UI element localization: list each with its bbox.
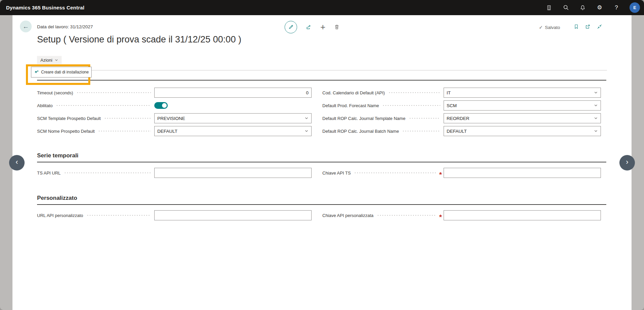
ts-api-url-label: TS API URL (37, 170, 61, 176)
rop-template-combobox[interactable]: REORDER (444, 113, 601, 123)
combobox-value: SCM (447, 103, 457, 108)
header-side-icons (574, 24, 603, 30)
url-api-label: URL API personalizzato (37, 213, 83, 218)
work-date-label: Data del lavoro: 31/12/2027 (37, 24, 93, 29)
field-row-calendario: Cod. Calendario di Default (API) IT (322, 88, 601, 98)
field-row-forecast: Default Prod. Forecast Name SCM (322, 100, 601, 111)
dot-leader (377, 215, 436, 216)
forecast-label: Default Prod. Forecast Name (322, 103, 379, 108)
chiave-api-personalizzata-label: Chiave API personalizzata (322, 213, 374, 218)
dot-leader (76, 92, 151, 93)
calendario-label: Cod. Calendario di Default (API) (322, 90, 385, 95)
save-status: ✓ Salvato (539, 25, 560, 30)
new-record-plus-icon[interactable]: + (320, 23, 325, 31)
ts-api-url-input[interactable] (154, 168, 312, 178)
rop-batch-label: Default ROP Calc. Journal Batch Name (322, 129, 399, 134)
page-title: Setup ( Versione di prova scade il 31/12… (37, 34, 241, 45)
scm-template-combobox[interactable]: PREVISIONE (154, 113, 312, 123)
abilitato-toggle[interactable] (154, 102, 168, 109)
field-row-url-api: URL API personalizzato (37, 210, 312, 220)
chevron-down-icon (55, 58, 58, 62)
check-icon: ✓ (539, 25, 543, 30)
required-asterisk: * (439, 173, 442, 176)
chevron-down-icon (304, 116, 309, 120)
combobox-value: DEFAULT (157, 129, 178, 134)
company-icon[interactable] (545, 4, 553, 11)
dot-leader (382, 105, 440, 106)
search-icon[interactable] (562, 4, 570, 11)
scm-nome-label: SCM Nome Prospetto Default (37, 129, 95, 134)
chevron-left-icon: ‹ (15, 158, 18, 166)
delete-trash-icon[interactable] (334, 24, 340, 30)
pencil-icon (288, 24, 294, 30)
user-avatar[interactable]: E (630, 2, 640, 13)
create-install-data-button[interactable]: Creare dati di installazione (31, 67, 92, 78)
timeout-input[interactable] (154, 88, 312, 98)
chevron-down-icon (304, 129, 309, 133)
app-title: Dynamics 365 Business Central (6, 5, 85, 10)
create-install-data-label: Creare dati di installazione (41, 70, 89, 74)
combobox-value: DEFAULT (447, 129, 467, 134)
required-asterisk: * (439, 215, 442, 219)
field-row-abilitato: Abilitato (37, 100, 312, 111)
dot-leader (64, 173, 151, 173)
help-icon[interactable]: ? (613, 4, 620, 11)
section-title-personalizzato: Personalizzato (37, 195, 77, 202)
chevron-down-icon (594, 103, 598, 107)
scm-template-label: SCM Template Prospetto Default (37, 116, 101, 121)
content-card (12, 15, 632, 310)
topbar: Dynamics 365 Business Central (0, 0, 644, 15)
previous-record-button[interactable]: ‹ (9, 155, 25, 170)
saved-label: Salvato (545, 25, 560, 30)
dot-leader (388, 92, 440, 93)
dot-leader (402, 131, 440, 131)
section-title-serie-temporali: Serie temporali (37, 152, 78, 159)
calendario-combobox[interactable]: IT (444, 88, 601, 98)
share-icon[interactable] (305, 24, 312, 30)
back-arrow-icon: ← (23, 23, 29, 30)
chevron-right-icon: › (626, 158, 628, 166)
azioni-menu-button[interactable]: Azioni (37, 56, 62, 64)
field-row-scm-nome: SCM Nome Prospetto Default DEFAULT (37, 126, 312, 136)
dot-leader (104, 118, 151, 119)
azioni-label: Azioni (40, 58, 52, 63)
bookmark-icon[interactable] (574, 24, 579, 30)
chiave-api-personalizzata-input[interactable] (444, 210, 601, 220)
chiave-api-ts-input[interactable] (444, 168, 601, 178)
dot-leader (87, 215, 151, 216)
collapse-icon[interactable] (597, 24, 603, 30)
open-in-window-icon[interactable] (585, 24, 591, 30)
field-row-chiave-api-ts: Chiave API TS * (322, 168, 601, 178)
general-section-underline (37, 80, 606, 81)
scm-nome-combobox[interactable]: DEFAULT (154, 126, 312, 136)
combobox-value: REORDER (447, 116, 470, 121)
field-row-scm-template: SCM Template Prospetto Default PREVISION… (37, 113, 312, 123)
dot-leader (354, 173, 436, 173)
topbar-icons: ⚙ ? E (545, 0, 640, 15)
page-toolbar: + (285, 21, 340, 33)
serie-temporali-underline (37, 162, 606, 162)
field-row-chiave-api-personalizzata: Chiave API personalizzata * (322, 210, 601, 220)
settings-gear-icon[interactable]: ⚙ (596, 4, 603, 11)
dot-leader (98, 131, 151, 131)
field-row-ts-api-url: TS API URL (37, 168, 312, 178)
back-button[interactable]: ← (20, 21, 32, 32)
chevron-down-icon (594, 129, 598, 133)
next-record-button[interactable]: › (619, 155, 635, 170)
edit-button[interactable] (285, 21, 297, 33)
field-row-rop-template: Default ROP Calc. Journal Template Name … (322, 113, 601, 123)
toggle-knob (162, 103, 167, 108)
chevron-down-icon (594, 91, 598, 95)
url-api-input[interactable] (154, 210, 312, 220)
rop-template-label: Default ROP Calc. Journal Template Name (322, 116, 406, 121)
dot-leader (409, 118, 440, 119)
personalizzato-underline (37, 204, 606, 205)
chiave-api-ts-label: Chiave API TS (322, 170, 351, 176)
notifications-bell-icon[interactable] (579, 4, 586, 11)
combobox-value: IT (447, 90, 451, 95)
rop-batch-combobox[interactable]: DEFAULT (444, 126, 601, 136)
field-row-rop-batch: Default ROP Calc. Journal Batch Name DEF… (322, 126, 601, 136)
combobox-value: PREVISIONE (157, 116, 185, 121)
forecast-combobox[interactable]: SCM (444, 100, 601, 111)
actionbar-divider (37, 70, 607, 70)
